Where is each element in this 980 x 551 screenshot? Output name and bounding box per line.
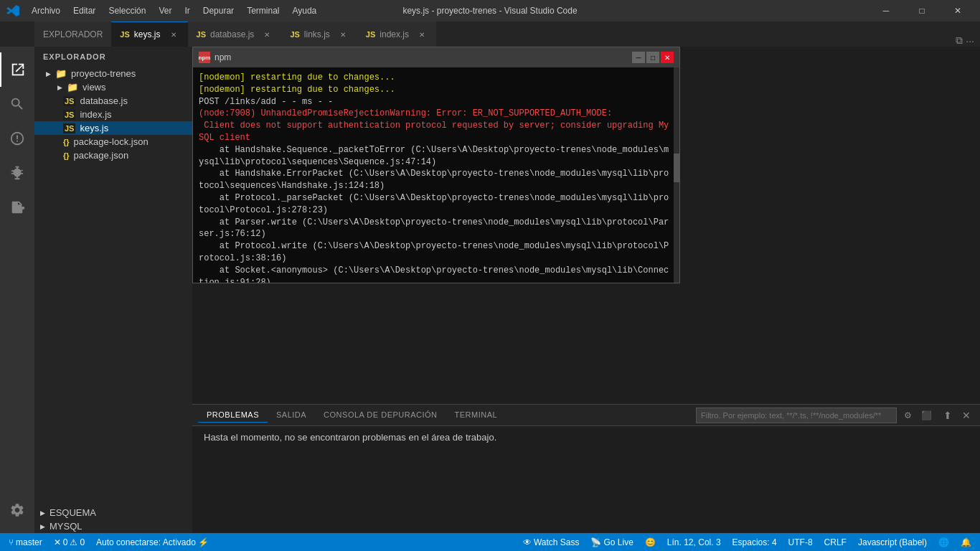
sidebar-section-mysql[interactable]: ▶ MYSQL [34, 519, 192, 533]
more-actions-icon[interactable]: ··· [966, 35, 974, 47]
status-feedback[interactable]: 😊 [642, 537, 659, 547]
window-controls: ─ □ ✕ [870, 0, 974, 22]
tab-explorador[interactable]: EXPLORADOR [34, 22, 111, 47]
activity-explorer[interactable] [0, 52, 34, 87]
menu-ir[interactable]: Ir [179, 3, 195, 19]
tab-database-js[interactable]: JS database.js ✕ [188, 22, 282, 47]
tab-salida[interactable]: SALIDA [268, 408, 315, 422]
tab-close-button[interactable]: ✕ [168, 29, 179, 40]
npm-title-left: npm npm [199, 52, 231, 63]
close-button[interactable]: ✕ [941, 0, 974, 22]
js-icon: JS [290, 30, 299, 39]
sidebar-section-esquema[interactable]: ▶ 📁 proyecto-trenes [34, 67, 192, 80]
panel-tabs: PROBLEMAS SALIDA CONSOLA DE DEPURACIÓN T… [192, 405, 696, 426]
npm-line: at Protocol._parsePacket (C:\Users\A\Des… [199, 192, 674, 217]
panel-close-icon[interactable]: ✕ [958, 408, 974, 423]
activity-search[interactable] [0, 87, 34, 121]
npm-line: at Protocol.write (C:\Users\A\Desktop\pr… [199, 240, 674, 265]
status-line-ending[interactable]: CRLF [821, 537, 849, 547]
js-file-icon: JS [63, 96, 75, 106]
maximize-button[interactable]: □ [905, 0, 938, 22]
sidebar-item-database-js[interactable]: JS database.js [34, 94, 192, 108]
tab-label: keys.js [134, 29, 161, 39]
sidebar-item-index-js[interactable]: JS index.js [34, 108, 192, 121]
status-auto-connect[interactable]: Auto conectarse: Activado ⚡ [93, 537, 212, 547]
npm-line: at Handshake.ErrorPacket (C:\Users\A\Des… [199, 168, 674, 192]
menu-ayuda[interactable]: Ayuda [286, 3, 322, 19]
sidebar-item-package-json[interactable]: {} package.json [34, 149, 192, 162]
editor-panel-area: npm npm ─ □ ✕ [nodemon] restarting due t… [192, 47, 980, 533]
sidebar-item-keys-js[interactable]: JS keys.js [34, 121, 192, 135]
tab-label: links.js [304, 29, 330, 39]
sidebar-views-folder[interactable]: ▶ 📁 views [34, 80, 192, 94]
minimize-button[interactable]: ─ [870, 0, 903, 22]
panel-filter: ⚙ ⬛ [696, 408, 934, 423]
split-editor-icon[interactable]: ⧉ [956, 34, 963, 47]
npm-minimize-button[interactable]: ─ [632, 52, 645, 63]
eye-icon: 👁 [523, 537, 532, 547]
filter-icons: ⚙ ⬛ [900, 408, 934, 423]
title-bar-left: Archivo Editar Selección Ver Ir Depurar … [6, 3, 322, 19]
activity-extensions[interactable] [0, 190, 34, 225]
sidebar: EXPLORADOR ▶ 📁 proyecto-trenes ▶ 📁 views… [34, 47, 192, 533]
menu-seleccion[interactable]: Selección [103, 3, 151, 19]
menu-terminal[interactable]: Terminal [241, 3, 285, 19]
tab-links-js[interactable]: JS links.js ✕ [281, 22, 357, 47]
status-bar-right: 👁 Watch Sass 📡 Go Live 😊 Lín. 12, Col. 3… [520, 537, 974, 547]
tab-consola-depuracion[interactable]: CONSOLA DE DEPURACIÓN [315, 408, 446, 422]
activity-settings[interactable] [0, 493, 34, 527]
scrollbar-vertical[interactable] [674, 67, 679, 283]
scrollbar-thumb [674, 154, 679, 182]
activity-git[interactable] [0, 121, 34, 156]
lightning-icon: ⚡ [198, 537, 209, 547]
tab-close-button[interactable]: ✕ [337, 29, 349, 40]
file-label: database.js [80, 95, 128, 106]
file-label: package-lock.json [74, 136, 149, 147]
status-line-col[interactable]: Lín. 12, Col. 3 [664, 537, 724, 547]
chevron-down-icon: ▶ [46, 70, 51, 77]
npm-icon: npm [199, 52, 210, 63]
smiley-icon: 😊 [645, 537, 656, 547]
status-branch[interactable]: ⑂ master [6, 537, 45, 547]
tab-close-button[interactable]: ✕ [261, 29, 273, 40]
menu-depurar[interactable]: Depurar [197, 3, 240, 19]
npm-line: [nodemon] restarting due to changes... [199, 84, 674, 96]
tab-close-button[interactable]: ✕ [416, 29, 428, 40]
json-file-icon: {} [63, 151, 70, 160]
panel-controls: ⬆ ✕ [940, 408, 980, 423]
npm-line: Client does not support authentication p… [199, 120, 674, 144]
tab-problemas[interactable]: PROBLEMAS [198, 408, 268, 423]
go-live-label: Go Live [603, 537, 633, 547]
status-errors[interactable]: ✕ 0 ⚠ 0 [51, 537, 88, 547]
filter-input[interactable] [696, 408, 897, 423]
status-bar: ⑂ master ✕ 0 ⚠ 0 Auto conectarse: Activa… [0, 533, 980, 551]
tab-label: EXPLORADOR [43, 29, 103, 39]
line-ending-label: CRLF [824, 537, 847, 547]
npm-close-button[interactable]: ✕ [661, 52, 674, 63]
file-label: keys.js [80, 123, 108, 133]
panel-maximize-icon[interactable]: ⬆ [940, 408, 956, 423]
tab-index-js[interactable]: JS index.js ✕ [357, 22, 436, 47]
filter-settings-icon[interactable]: ⚙ [900, 408, 915, 423]
sidebar-section-esquema-bottom[interactable]: ▶ ESQUEMA [34, 506, 192, 519]
status-spaces[interactable]: Espacios: 4 [730, 537, 780, 547]
status-language[interactable]: Javascript (Babel) [855, 537, 930, 547]
line-col-label: Lín. 12, Col. 3 [667, 537, 721, 547]
menu-ver[interactable]: Ver [153, 3, 177, 19]
status-encoding[interactable]: UTF-8 [786, 537, 816, 547]
status-bell-icon[interactable]: 🔔 [958, 537, 974, 547]
activity-debug[interactable] [0, 156, 34, 190]
status-watch-sass[interactable]: 👁 Watch Sass [520, 537, 583, 547]
npm-line: POST /links/add - - ms - - [199, 96, 674, 108]
tab-keys-js[interactable]: JS keys.js ✕ [111, 22, 187, 47]
npm-terminal-content[interactable]: [nodemon] restarting due to changes... [… [193, 67, 679, 283]
collapse-all-icon[interactable]: ⬛ [918, 408, 934, 423]
npm-maximize-button[interactable]: □ [646, 52, 659, 63]
sidebar-item-package-lock-json[interactable]: {} package-lock.json [34, 135, 192, 149]
status-go-live[interactable]: 📡 Go Live [588, 537, 636, 547]
status-globe-icon[interactable]: 🌐 [936, 537, 952, 547]
menu-editar[interactable]: Editar [67, 3, 101, 19]
js-icon: JS [197, 30, 206, 39]
tab-terminal[interactable]: TERMINAL [446, 408, 507, 422]
menu-archivo[interactable]: Archivo [26, 3, 66, 19]
